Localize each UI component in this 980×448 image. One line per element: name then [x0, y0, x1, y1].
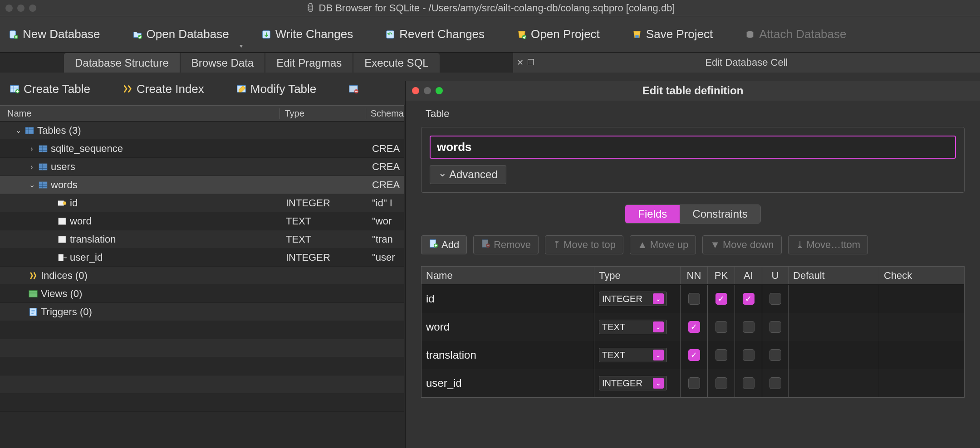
tree-column-row[interactable]: word TEXT"wor: [0, 212, 404, 230]
checkbox[interactable]: [769, 321, 781, 333]
save-project-button[interactable]: Save Project: [632, 27, 713, 41]
create-index-button[interactable]: Create Index: [122, 82, 204, 96]
field-default-cell[interactable]: [788, 369, 879, 397]
field-check-cell[interactable]: [879, 285, 938, 313]
col-header-u[interactable]: U: [762, 267, 788, 284]
tree-table-row[interactable]: › users CREA: [0, 158, 404, 176]
tab-browse-data[interactable]: Browse Data: [180, 53, 265, 73]
advanced-toggle-button[interactable]: Advanced: [430, 165, 506, 184]
table-name-input[interactable]: [430, 136, 956, 159]
field-check-cell[interactable]: [879, 369, 938, 397]
open-project-button[interactable]: Open Project: [516, 27, 600, 41]
checkbox[interactable]: [769, 293, 781, 305]
checkbox[interactable]: [743, 377, 755, 389]
tree-indices-node[interactable]: Indices (0): [0, 267, 404, 285]
write-changes-button[interactable]: Write Changes: [261, 27, 353, 41]
checkbox[interactable]: [715, 321, 727, 333]
add-field-button[interactable]: Add: [421, 235, 467, 254]
tab-execute-sql[interactable]: Execute SQL: [353, 53, 440, 73]
checkbox[interactable]: [715, 349, 727, 361]
checkbox[interactable]: ✓: [688, 349, 700, 361]
create-table-button[interactable]: Create Table: [9, 82, 90, 96]
field-name-cell[interactable]: translation: [421, 341, 594, 369]
window-close-icon[interactable]: [5, 5, 13, 12]
tree-tables-node[interactable]: ⌄ Tables (3): [0, 122, 404, 140]
tab-constraints[interactable]: Constraints: [680, 205, 760, 223]
chevron-right-icon[interactable]: ›: [28, 163, 35, 171]
field-row[interactable]: translation TEXT ⌄ ✓: [421, 341, 964, 369]
dropdown-icon[interactable]: ⌄: [653, 378, 664, 389]
header-schema[interactable]: Schema: [366, 108, 404, 119]
col-header-type[interactable]: Type: [594, 267, 680, 284]
field-name-cell[interactable]: user_id: [421, 369, 594, 397]
checkbox[interactable]: [769, 377, 781, 389]
remove-field-button[interactable]: Remove: [473, 235, 539, 254]
move-down-button[interactable]: ▼ Move down: [702, 235, 781, 254]
tree-triggers-node[interactable]: Triggers (0): [0, 303, 404, 321]
revert-changes-button[interactable]: Revert Changes: [385, 27, 485, 41]
field-default-cell[interactable]: [788, 313, 879, 341]
tree-views-node[interactable]: Views (0): [0, 285, 404, 303]
field-check-cell[interactable]: [879, 313, 938, 341]
checkbox[interactable]: [688, 377, 700, 389]
field-name-cell[interactable]: word: [421, 313, 594, 341]
tab-edit-pragmas[interactable]: Edit Pragmas: [265, 53, 353, 73]
open-database-dropdown-icon[interactable]: ▾: [240, 42, 243, 49]
tab-fields[interactable]: Fields: [625, 205, 680, 223]
panel-close-icon[interactable]: ✕: [517, 58, 524, 68]
field-default-cell[interactable]: [788, 285, 879, 313]
delete-table-button[interactable]: [348, 83, 359, 94]
type-select[interactable]: TEXT ⌄: [599, 348, 667, 362]
tree-table-row-selected[interactable]: ⌄ words CREA: [0, 176, 404, 194]
type-select[interactable]: TEXT ⌄: [599, 320, 667, 334]
attach-database-button[interactable]: Attach Database: [745, 27, 846, 41]
checkbox[interactable]: ✓: [688, 321, 700, 333]
checkbox[interactable]: ✓: [715, 293, 727, 305]
panel-popout-icon[interactable]: ❐: [527, 58, 534, 68]
dropdown-icon[interactable]: ⌄: [653, 321, 664, 332]
col-header-name[interactable]: Name: [421, 267, 594, 284]
col-header-ai[interactable]: AI: [735, 267, 762, 284]
window-zoom-icon[interactable]: [29, 5, 36, 12]
field-name-cell[interactable]: id: [421, 285, 594, 313]
checkbox[interactable]: [743, 321, 755, 333]
new-database-button[interactable]: New Database: [8, 27, 100, 41]
col-header-pk[interactable]: PK: [707, 267, 735, 284]
tree-table-row[interactable]: › sqlite_sequence CREA: [0, 140, 404, 158]
tree-column-row[interactable]: translation TEXT"tran: [0, 230, 404, 248]
move-up-button[interactable]: ▲ Move up: [630, 235, 696, 254]
field-default-cell[interactable]: [788, 341, 879, 369]
field-row[interactable]: id INTEGER ⌄ ✓ ✓: [421, 285, 964, 313]
checkbox[interactable]: ✓: [743, 293, 755, 305]
type-select[interactable]: INTEGER ⌄: [599, 292, 667, 306]
tree-column-row[interactable]: id INTEGER"id" I: [0, 194, 404, 212]
field-check-cell[interactable]: [879, 341, 938, 369]
col-header-default[interactable]: Default: [788, 267, 879, 284]
move-bottom-button[interactable]: ⤓ Move…ttom: [788, 235, 868, 254]
checkbox[interactable]: [688, 293, 700, 305]
tab-database-structure[interactable]: Database Structure: [64, 53, 180, 73]
modal-zoom-icon[interactable]: [436, 87, 443, 94]
field-row[interactable]: word TEXT ⌄ ✓: [421, 313, 964, 341]
window-minimize-icon[interactable]: [17, 5, 24, 12]
chevron-down-icon[interactable]: ⌄: [15, 126, 22, 135]
col-header-nn[interactable]: NN: [680, 267, 707, 284]
chevron-down-icon[interactable]: ⌄: [28, 180, 35, 189]
col-header-check[interactable]: Check: [879, 267, 938, 284]
checkbox[interactable]: [715, 377, 727, 389]
modal-close-icon[interactable]: [412, 87, 419, 94]
header-name[interactable]: Name: [0, 108, 280, 119]
dropdown-icon[interactable]: ⌄: [653, 293, 664, 304]
checkbox[interactable]: [743, 349, 755, 361]
modify-table-button[interactable]: Modify Table: [236, 82, 317, 96]
modal-minimize-icon[interactable]: [424, 87, 431, 94]
tree-column-row[interactable]: user_id INTEGER"user: [0, 248, 404, 267]
field-row[interactable]: user_id INTEGER ⌄: [421, 369, 964, 397]
header-type[interactable]: Type: [280, 108, 366, 119]
checkbox[interactable]: [769, 349, 781, 361]
chevron-right-icon[interactable]: ›: [28, 145, 35, 153]
move-top-button[interactable]: ⤒ Move to top: [545, 235, 623, 254]
dropdown-icon[interactable]: ⌄: [653, 350, 664, 360]
open-database-button[interactable]: Open Database ▾: [132, 27, 229, 41]
type-select[interactable]: INTEGER ⌄: [599, 376, 667, 390]
